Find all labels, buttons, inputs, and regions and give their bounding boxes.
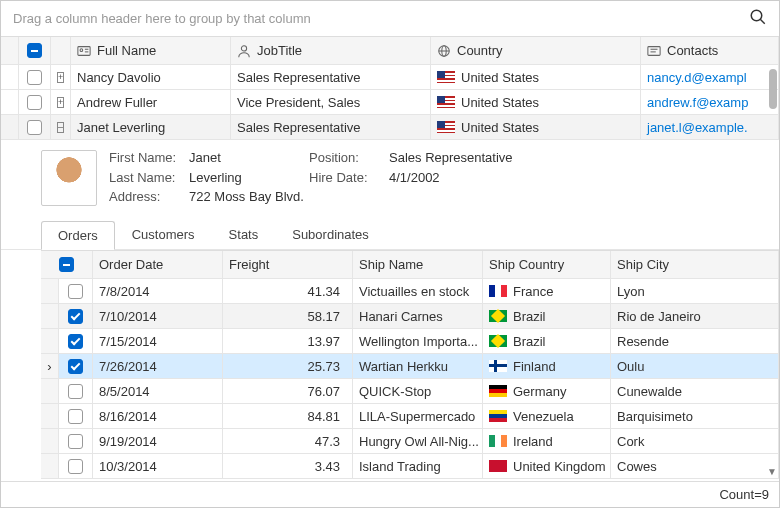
tab-customers[interactable]: Customers	[115, 220, 212, 249]
flag-icon	[489, 410, 507, 422]
row-indicator	[41, 304, 59, 328]
row-indicator	[41, 379, 59, 403]
col-order-date[interactable]: Order Date	[93, 251, 223, 278]
flag-icon	[489, 385, 507, 397]
row-indicator	[41, 329, 59, 353]
svg-rect-2	[78, 46, 90, 55]
flag-icon	[489, 310, 507, 322]
tab-stats[interactable]: Stats	[212, 220, 276, 249]
order-row[interactable]: 7/10/2014 58.17 Hanari Carnes Brazil Rio…	[41, 304, 779, 329]
flag-icon	[489, 285, 507, 297]
order-row[interactable]: 8/5/2014 76.07 QUICK-Stop Germany Cunewa…	[41, 379, 779, 404]
col-ship-name[interactable]: Ship Name	[353, 251, 483, 278]
svg-point-0	[751, 10, 762, 21]
expand-icon[interactable]: +	[57, 72, 64, 83]
row-indicator: ›	[41, 354, 59, 378]
row-indicator	[41, 279, 59, 303]
table-row[interactable]: – Janet Leverling Sales Representative U…	[1, 115, 779, 140]
svg-line-1	[760, 19, 765, 24]
select-all-checkbox[interactable]	[27, 43, 42, 58]
contact-card-icon	[647, 44, 661, 58]
order-row[interactable]: 8/16/2014 84.81 LILA-Supermercado Venezu…	[41, 404, 779, 429]
person-icon	[237, 44, 251, 58]
nested-header: Order Date Freight Ship Name Ship Countr…	[41, 251, 779, 279]
expand-icon[interactable]: –	[57, 122, 64, 133]
search-icon[interactable]	[749, 8, 767, 29]
col-ship-city[interactable]: Ship City	[611, 251, 779, 278]
svg-rect-10	[648, 46, 660, 55]
order-checkbox[interactable]	[68, 434, 83, 449]
table-row[interactable]: + Andrew Fuller Vice President, Sales Un…	[1, 90, 779, 115]
contact-link[interactable]: andrew.f@examp	[641, 90, 779, 114]
tab-subordinates[interactable]: Subordinates	[275, 220, 386, 249]
footer: Count=9	[1, 481, 779, 507]
col-contacts[interactable]: Contacts	[641, 37, 779, 64]
flag-icon	[437, 96, 455, 108]
expand-icon[interactable]: +	[57, 97, 64, 108]
nested-grid: Order Date Freight Ship Name Ship Countr…	[41, 250, 779, 479]
order-checkbox[interactable]	[68, 309, 83, 324]
scroll-down-arrow[interactable]: ▼	[767, 466, 777, 477]
order-checkbox[interactable]	[68, 359, 83, 374]
order-row[interactable]: 7/15/2014 13.97 Wellington Importa... Br…	[41, 329, 779, 354]
flag-icon	[489, 435, 507, 447]
order-checkbox[interactable]	[68, 459, 83, 474]
scrollbar-thumb[interactable]	[769, 69, 777, 109]
row-indicator	[41, 429, 59, 453]
flag-icon	[489, 335, 507, 347]
flag-icon	[437, 121, 455, 133]
flag-icon	[489, 360, 507, 372]
detail-panel: First Name:Janet Position:Sales Represen…	[1, 140, 779, 250]
tab-orders[interactable]: Orders	[41, 221, 115, 250]
order-row[interactable]: › 7/26/2014 25.73 Wartian Herkku Finland…	[41, 354, 779, 379]
contact-link[interactable]: nancy.d@exampl	[641, 65, 779, 89]
col-country[interactable]: Country	[431, 37, 641, 64]
col-ship-country[interactable]: Ship Country	[483, 251, 611, 278]
group-panel[interactable]: Drag a column header here to group by th…	[1, 1, 779, 37]
contact-link[interactable]: janet.l@example.	[641, 115, 779, 139]
svg-point-3	[80, 48, 83, 51]
order-checkbox[interactable]	[68, 384, 83, 399]
person-card-icon	[77, 44, 91, 58]
col-fullname[interactable]: Full Name	[71, 37, 231, 64]
order-row[interactable]: 9/19/2014 47.3 Hungry Owl All-Nig... Ire…	[41, 429, 779, 454]
svg-point-6	[241, 45, 246, 50]
row-indicator	[41, 404, 59, 428]
globe-icon	[437, 44, 451, 58]
group-panel-text: Drag a column header here to group by th…	[13, 11, 311, 26]
nested-select-all-checkbox[interactable]	[59, 257, 74, 272]
order-checkbox[interactable]	[68, 284, 83, 299]
row-checkbox[interactable]	[27, 95, 42, 110]
order-row[interactable]: 10/3/2014 3.43 Island Trading United Kin…	[41, 454, 779, 479]
row-checkbox[interactable]	[27, 70, 42, 85]
order-checkbox[interactable]	[68, 334, 83, 349]
table-row[interactable]: + Nancy Davolio Sales Representative Uni…	[1, 65, 779, 90]
flag-icon	[489, 460, 507, 472]
row-indicator	[41, 454, 59, 478]
order-row[interactable]: 7/8/2014 41.34 Victuailles en stock Fran…	[41, 279, 779, 304]
avatar	[41, 150, 97, 206]
col-freight[interactable]: Freight	[223, 251, 353, 278]
row-checkbox[interactable]	[27, 120, 42, 135]
col-jobtitle[interactable]: JobTitle	[231, 37, 431, 64]
order-checkbox[interactable]	[68, 409, 83, 424]
flag-icon	[437, 71, 455, 83]
main-header-row: Full Name JobTitle Country Contacts	[1, 37, 779, 65]
